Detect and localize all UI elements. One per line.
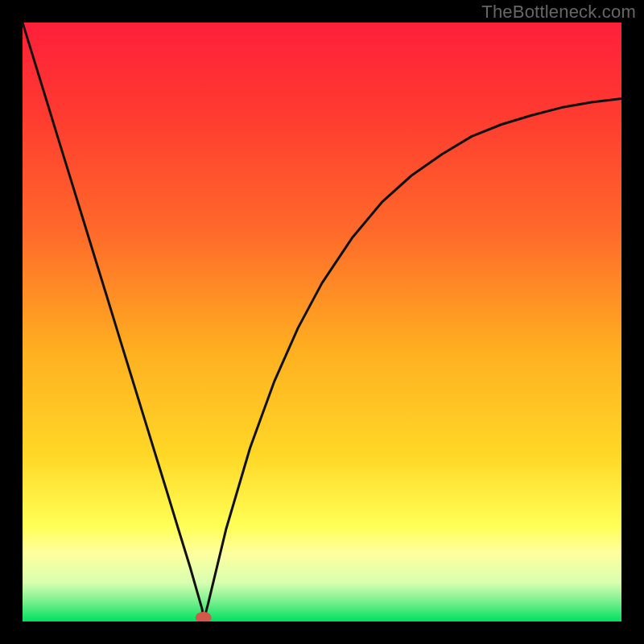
- plot-area: [23, 23, 621, 621]
- chart-frame: TheBottleneck.com: [0, 0, 644, 644]
- gradient-background: [23, 23, 621, 621]
- plot-svg: [23, 23, 621, 621]
- watermark-text: TheBottleneck.com: [481, 2, 636, 23]
